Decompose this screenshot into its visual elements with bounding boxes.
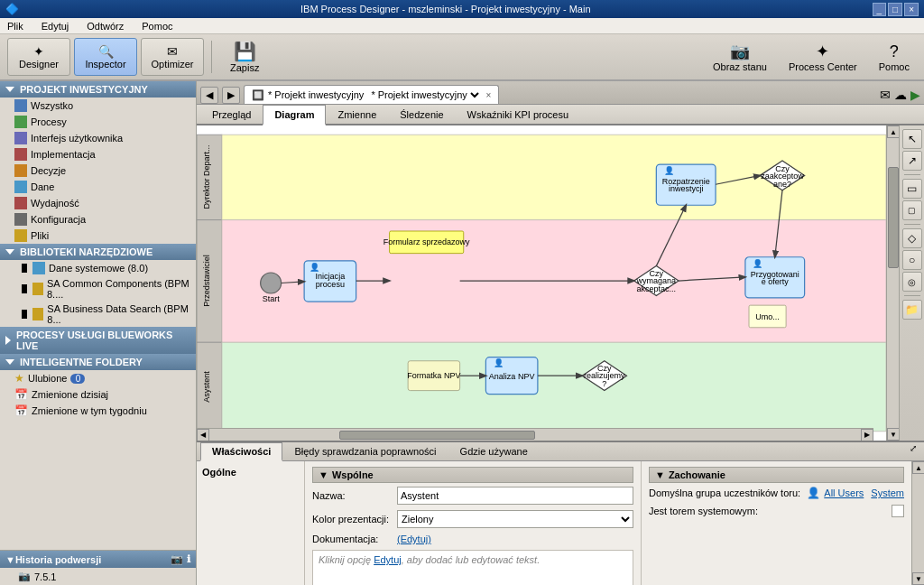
rt-cursor-tool[interactable]: ↗: [902, 151, 922, 171]
svg-text:Dyrektor Depart...: Dyrektor Depart...: [202, 144, 211, 209]
project-section-label: PROJEKT INWESTYCYJNY: [20, 84, 148, 95]
project-section-header[interactable]: PROJEKT INWESTYCYJNY: [0, 81, 196, 98]
process-center-button[interactable]: ✦ Process Center: [781, 40, 864, 74]
rt-diamond-tool[interactable]: ◇: [902, 228, 922, 248]
services-section-header[interactable]: PROCESY USŁUGI BLUEWORKS LIVE: [0, 327, 196, 354]
sidebar-item-files-label: Pliki: [31, 230, 49, 241]
rt-circle2-tool[interactable]: ◎: [902, 272, 922, 292]
snapshot-button[interactable]: 📷 Obraz stanu: [706, 40, 774, 74]
scroll-down-button[interactable]: ▼: [887, 428, 900, 441]
scroll-v-thumb[interactable]: [888, 167, 899, 268]
tab-properties[interactable]: Właściwości: [200, 442, 282, 461]
color-select[interactable]: Zielony: [397, 510, 633, 528]
sidebar-item-files[interactable]: Pliki: [0, 228, 196, 244]
sidebar-item-impl[interactable]: Implementacja: [0, 146, 196, 162]
bottom-scroll-up[interactable]: ▲: [912, 461, 924, 474]
rt-rounded-rect-tool[interactable]: ▢: [902, 200, 922, 220]
tab-action-play[interactable]: ▶: [910, 88, 920, 102]
history-info-icon[interactable]: ℹ: [187, 553, 190, 565]
project-tab[interactable]: 🔲 * Projekt inwestycyjny * Projekt inwes…: [244, 85, 499, 104]
tab-overview[interactable]: Przegląd: [200, 105, 263, 124]
snapshot-icon: 📷: [730, 42, 750, 61]
sidebar-item-data[interactable]: Dane: [0, 179, 196, 195]
sidebar-item-decisions[interactable]: Decyzje: [0, 162, 196, 179]
tab-diagram[interactable]: Diagram: [263, 105, 326, 125]
svg-text:Przedstawiciel: Przedstawiciel: [202, 255, 211, 307]
nav-forward-button[interactable]: ▶: [222, 87, 240, 104]
scroll-h-thumb[interactable]: [339, 431, 535, 440]
tab-where-used[interactable]: Gdzie używane: [448, 442, 540, 460]
sidebar-item-config[interactable]: Konfiguracja: [0, 211, 196, 228]
sidebar-item-ui[interactable]: Interfejs użytkownika: [0, 130, 196, 146]
doc-link[interactable]: Edytuj: [374, 554, 402, 565]
doc-edit-link[interactable]: (Edytuj): [397, 534, 431, 544]
sidebar-item-sysdata[interactable]: Dane systemowe (8.0): [0, 260, 196, 276]
system-link[interactable]: System: [871, 488, 904, 498]
rt-rect-tool[interactable]: ▭: [902, 179, 922, 199]
system-lane-label: Jest torem systemowym:: [649, 506, 888, 516]
rt-folder-tool[interactable]: 📁: [902, 300, 922, 320]
inspector-button[interactable]: 🔍 Inspector: [74, 38, 137, 76]
tab-tracking[interactable]: Śledzenie: [388, 105, 455, 124]
minimize-button[interactable]: _: [873, 3, 887, 16]
process-diagram-svg: Dyrektor Depart... Przedstawiciel Asyste…: [197, 125, 886, 441]
history-item-version[interactable]: 📷 7.5.1: [0, 568, 196, 585]
designer-label: Designer: [19, 59, 59, 70]
project-collapse-icon: [5, 87, 14, 92]
scroll-left-button[interactable]: ◀: [197, 429, 209, 441]
bottom-left-panel: Ogólne: [197, 461, 305, 585]
scroll-v[interactable]: ▲ ▼: [886, 125, 899, 441]
menu-edit[interactable]: Edytuj: [38, 20, 73, 32]
menu-help[interactable]: Pomoc: [138, 20, 176, 32]
title-bar-controls[interactable]: _ □ ×: [873, 3, 919, 16]
optimizer-button[interactable]: ✉ Optimizer: [141, 38, 204, 76]
tab-action-email[interactable]: ✉: [880, 88, 891, 102]
designer-button[interactable]: ✦ Designer: [7, 38, 70, 76]
project-tab-selector[interactable]: * Projekt inwestycyjny: [367, 88, 482, 101]
title-bar: 🔷 IBM Process Designer - mszleminski - P…: [0, 0, 924, 18]
all-users-link[interactable]: All Users: [824, 488, 864, 498]
tab-errors[interactable]: Błędy sprawdzania poprawności: [282, 442, 448, 460]
nav-back-button[interactable]: ◀: [200, 87, 218, 104]
scroll-h[interactable]: ◀ ▶: [197, 428, 873, 441]
sidebar-item-today[interactable]: 📅 Zmienione dzisiaj: [0, 386, 196, 403]
svg-rect-8: [222, 342, 886, 432]
expand-icon-sysdata: [22, 264, 27, 273]
menu-play[interactable]: Odtwórz: [83, 20, 127, 32]
sidebar-item-sacommon[interactable]: SA Common Components (BPM 8....: [0, 276, 196, 302]
tab-kpi[interactable]: Wskaźniki KPI procesu: [456, 105, 580, 124]
bottom-scroll-v[interactable]: ▲ ▼: [911, 461, 924, 585]
close-button[interactable]: ×: [904, 3, 919, 16]
sidebar-item-favorites[interactable]: ★ Ulubione 0: [0, 370, 196, 386]
intelligent-section-header[interactable]: INTELIGENTNE FOLDERY: [0, 354, 196, 370]
tab-action-cloud[interactable]: ☁: [894, 88, 907, 102]
tab-variables[interactable]: Zmienne: [326, 105, 388, 124]
help-button[interactable]: ? Pomoc: [872, 41, 917, 74]
bottom-middle-panel: ▼ Wspólne Nazwa: Kolor prezentacji: Ziel…: [305, 461, 641, 585]
sidebar-item-sabusiness[interactable]: SA Business Data Search (BPM 8...: [0, 302, 196, 327]
svg-text:Formatka NPV: Formatka NPV: [407, 371, 460, 380]
save-button[interactable]: 💾 Zapisz: [219, 37, 270, 77]
name-input[interactable]: [397, 487, 633, 505]
menu-file[interactable]: Plik: [4, 20, 27, 32]
maximize-button[interactable]: □: [888, 3, 902, 16]
libraries-section-header[interactable]: BIBLIOTEKI NARZĘDZIOWE: [0, 244, 196, 260]
sidebar-item-week[interactable]: 📅 Zmienione w tym tygodniu: [0, 403, 196, 419]
sidebar-item-processes[interactable]: Procesy: [0, 114, 196, 130]
sidebar-item-perf[interactable]: Wydajność: [0, 195, 196, 211]
rt-sep-3: [904, 295, 920, 296]
close-tab-button[interactable]: ×: [485, 90, 491, 100]
rt-circle-tool[interactable]: ○: [902, 250, 922, 270]
bottom-scroll-down[interactable]: ▼: [912, 572, 924, 585]
history-camera-icon[interactable]: 📷: [171, 553, 183, 565]
doc-area[interactable]: Kliknij opcję Edytuj, aby dodać lub edyt…: [312, 550, 633, 585]
group-label: Domyślna grupa uczestników toru:: [649, 488, 803, 498]
rt-select-tool[interactable]: ↖: [902, 129, 922, 149]
history-header[interactable]: ▼ Historia podwersji 📷 ℹ: [0, 551, 196, 568]
scroll-right-button[interactable]: ▶: [861, 429, 873, 441]
system-lane-checkbox[interactable]: [892, 505, 904, 517]
bottom-expand-button[interactable]: ⤢: [906, 442, 920, 460]
scroll-up-button[interactable]: ▲: [887, 125, 900, 138]
diagram-area[interactable]: Dyrektor Depart... Przedstawiciel Asyste…: [197, 125, 886, 441]
sidebar-item-all[interactable]: Wszystko: [0, 98, 196, 114]
